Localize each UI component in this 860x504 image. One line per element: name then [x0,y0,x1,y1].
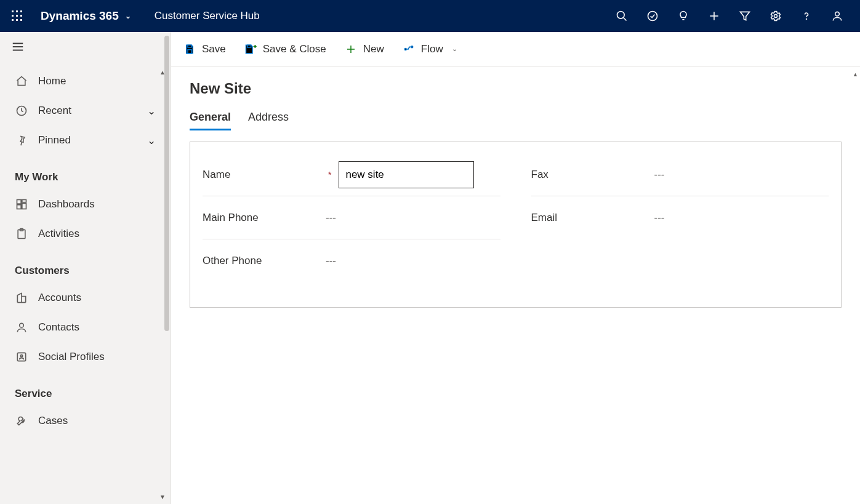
svg-rect-6 [12,19,14,21]
nav-label: Recent [38,105,71,117]
nav-group-service: Service [0,372,171,406]
nav-label: Contacts [38,321,79,334]
nav-activities[interactable]: Activities [0,219,171,249]
nav-label: Accounts [38,292,81,304]
name-input[interactable] [339,161,474,188]
assistant-icon[interactable] [677,9,690,23]
svg-point-32 [20,355,22,357]
nav-contacts[interactable]: Contacts [0,313,171,342]
svg-rect-8 [20,19,22,21]
app-name: Customer Service Hub [155,10,260,22]
svg-point-16 [774,15,778,18]
svg-rect-23 [17,200,22,204]
scroll-up-icon: ▲ [853,71,858,78]
svg-point-30 [20,323,24,327]
field-label: Name [203,169,326,181]
help-icon[interactable] [800,9,813,23]
svg-point-39 [411,46,413,47]
nav-label: Social Profiles [38,351,105,363]
svg-rect-0 [12,10,14,12]
required-indicator: * [328,170,331,180]
field-other-phone[interactable]: Other Phone --- [203,239,500,282]
scroll-down-icon[interactable]: ▼ [159,494,166,500]
settings-icon[interactable] [769,9,782,23]
field-fax[interactable]: Fax --- [531,153,829,196]
svg-rect-33 [188,45,191,47]
field-value: --- [326,212,336,224]
nav-label: Home [38,75,66,87]
nav-label: Activities [38,228,79,240]
sitemap-sidebar: ▲ Home Recent ⌄ Pinned ⌄ My Work Dashboa… [0,32,171,504]
svg-point-11 [648,12,657,21]
svg-rect-5 [20,15,22,17]
nav-pinned[interactable]: Pinned ⌄ [0,126,171,155]
nav-recent[interactable]: Recent ⌄ [0,96,171,126]
form-tabs: General Address [190,111,842,130]
nav-group-customers: Customers [0,249,171,283]
nav-dashboards[interactable]: Dashboards [0,190,171,219]
nav-label: Dashboards [38,198,95,210]
nav-group-mywork: My Work [0,155,171,190]
product-switcher[interactable]: Dynamics 365 ⌄ [41,9,131,23]
cmd-label: Save & Close [263,43,326,55]
field-label: Other Phone [203,255,326,267]
svg-rect-25 [22,203,26,209]
nav-cases[interactable]: Cases [0,406,171,436]
svg-point-9 [617,12,625,19]
filter-icon[interactable] [738,9,752,23]
svg-rect-7 [16,19,18,21]
save-icon [183,43,196,55]
svg-rect-1 [16,10,18,12]
svg-marker-15 [741,12,750,20]
task-flow-icon[interactable] [646,9,659,23]
field-name: Name * [203,153,500,196]
svg-point-38 [404,48,406,50]
add-icon[interactable] [707,9,721,23]
dashboard-icon [15,198,28,211]
field-label: Email [531,212,654,224]
svg-line-10 [624,18,627,21]
search-icon[interactable] [615,9,629,23]
tab-address[interactable]: Address [248,111,289,130]
nav-label: Cases [38,415,68,427]
clock-icon [15,104,28,118]
home-icon [15,74,28,88]
building-icon [15,291,28,305]
app-launcher-button[interactable] [6,5,28,27]
cmd-label: Save [202,43,226,55]
chevron-down-icon: ⌄ [147,134,156,147]
tab-general[interactable]: General [190,111,231,130]
page-title: New Site [190,80,842,97]
nav-accounts[interactable]: Accounts [0,283,171,313]
svg-rect-4 [16,15,18,17]
flow-button[interactable]: Flow ⌄ [403,43,457,55]
global-header: Dynamics 365 ⌄ Customer Service Hub [0,0,860,32]
chevron-down-icon: ⌄ [147,105,156,118]
cmd-label: New [363,43,384,55]
svg-rect-2 [20,10,22,12]
wrench-icon [15,414,28,428]
field-email[interactable]: Email --- [531,196,829,239]
field-main-phone[interactable]: Main Phone --- [203,196,500,239]
field-value: --- [654,169,665,181]
clipboard-icon [15,227,28,241]
field-value: --- [326,255,336,267]
social-icon [15,350,28,364]
sidebar-toggle-button[interactable] [11,40,25,55]
svg-rect-3 [12,15,14,17]
pin-icon [15,134,28,147]
nav-social-profiles[interactable]: Social Profiles [0,342,171,372]
save-button[interactable]: Save [183,43,226,55]
svg-rect-34 [188,49,191,53]
flow-icon [403,43,415,55]
save-close-button[interactable]: Save & Close [244,43,326,55]
nav-home[interactable]: Home [0,66,171,96]
svg-rect-35 [247,45,251,47]
plus-icon [345,43,357,55]
chevron-down-icon: ⌄ [452,45,457,53]
nav-label: Pinned [38,134,71,146]
account-icon[interactable] [830,9,844,23]
main-scrollbar[interactable]: ▲ [853,71,858,500]
new-button[interactable]: New [345,43,384,55]
field-value: --- [654,212,665,224]
